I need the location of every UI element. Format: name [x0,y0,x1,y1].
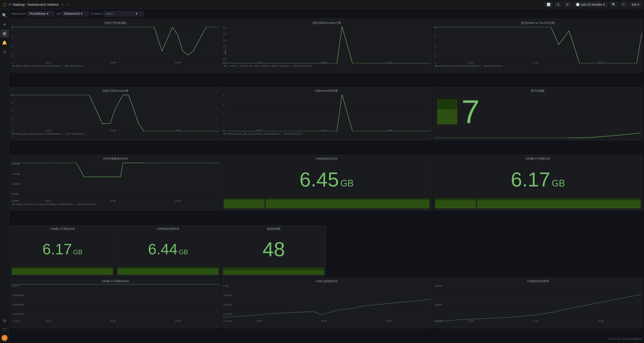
panel-title-hive-tez-tasks: 提交的Hive on Tez作业总数 [433,20,643,25]
svg-text:2: 2 [12,117,13,119]
chart-svg-open-connections: 5 4 3 2 1 16:35 16:40 16:45 [11,26,219,63]
svg-text:5: 5 [435,26,436,29]
main-content: 当前打开的连接数 5 4 3 2 1 16:3 [9,18,644,343]
sidebar-item-user[interactable]: A [2,335,8,341]
svg-text:16:35: 16:35 [257,61,262,63]
panel-title-open-connections: 当前打开的连接数 [10,20,220,25]
legend-dot-3 [435,66,437,66]
panel-non-heap-committed: JVM已预留堆外内存 140 MB 120 MB 100 MB 80 MB 60… [10,155,220,211]
svg-text:1.80 GB: 1.80 GB [223,294,232,297]
svg-text:16:35: 16:35 [45,320,51,322]
star-icon[interactable]: ☆ [61,3,65,7]
svg-text:2: 2 [435,54,436,57]
chart-svg-active-sessions: 3.0 2.5 2.0 1.5 1.0 0.5 0.0 count 16:35 … [223,26,430,63]
svg-text:5: 5 [12,26,13,29]
sidebar-item-star[interactable]: ★ [1,20,9,28]
svg-text:16:35: 16:35 [45,61,51,63]
chart-svg-open-sessions: 5 4 3 2 1 0 16:35 16:40 16:45 [11,94,219,131]
breadcrumb-page[interactable]: hiveserver2-metrics [28,3,59,7]
svg-text:1: 1 [223,122,224,125]
legend-open-connections: metrics_open_connections_Count{instance=… [11,64,219,68]
svg-text:16:35: 16:35 [468,61,474,63]
svg-text:80 MB: 80 MB [12,193,19,195]
svg-text:3: 3 [12,109,13,112]
svg-text:4: 4 [12,36,13,38]
panel-hive-tez-tasks: 提交的Hive on Tez作业总数 5 4 3 2 1 16:35 16:40… [433,19,643,72]
svg-text:2.0: 2.0 [223,39,226,42]
datasource-label: datasource [11,12,26,15]
refresh-interval-btn[interactable]: 10s ▾ [629,2,642,7]
sidebar-item-apps[interactable]: ⊞ [1,29,9,37]
panel-title-max-heap: JVM最大可用堆内存 [433,155,643,161]
share-icon[interactable]: ↗ [67,3,70,7]
svg-text:25.00%: 25.00% [435,303,442,306]
instance-select[interactable]: select... ▾ [103,11,144,16]
svg-text:5: 5 [12,94,13,97]
chevron-datasource: ▾ [47,12,48,15]
chart-svg-hive-tez: 5 4 3 2 1 16:35 16:40 16:45 [434,26,642,63]
sidebar-item-search[interactable]: 🔍 [1,11,9,19]
panel-heap-used: JVM已使用堆内存 2 GB 1.80 GB 1.60 GB 1.40 GB 1… [221,278,432,328]
panel-init-heap-memory: JVM初始化堆内存 6.44 GB [116,225,220,277]
top-bar: ⬡ ⊞ hadoop / hiveserver2-metrics ☆ ↗ 📊 ⧉… [0,0,644,9]
thread-count-value: 48 [262,239,285,259]
chart-svg-max-off-heap: 0.00 B -250.00 mB -500.00 mB -750.00 mB … [11,284,219,322]
panel-open-connections: 当前打开的连接数 5 4 3 2 1 16:3 [10,19,220,72]
datasource-select[interactable]: Prometheus ▾ [27,11,55,16]
clock-icon: 🕐 [576,3,580,6]
grid-icon: ⊞ [9,3,11,6]
chart-svg-non-heap: 140 MB 120 MB 100 MB 80 MB 60 MB 16:35 1… [11,162,219,202]
svg-text:16:40: 16:40 [110,320,116,322]
sidebar-item-explore[interactable]: ◎ [1,48,9,56]
spacer-1 [327,225,432,277]
row3-extra-panels: JVM最大可用总内存 6.17 GB JVM初始化堆内存 6.44 GB [10,225,643,277]
time-range-btn[interactable]: 🕐 Last 15 minutes ▾ [573,2,608,7]
svg-text:count: count [224,49,227,54]
zoom-btn[interactable]: 🔍 [610,2,618,7]
copy-btn[interactable]: ⧉ [555,2,562,7]
svg-text:16:40: 16:40 [321,320,327,322]
chart-icon-btn[interactable]: 📊 [544,2,553,7]
svg-text:16:45: 16:45 [386,129,392,131]
panel-title-heap-used: JVM已使用堆内存 [222,278,431,284]
svg-text:16:45: 16:45 [175,61,181,63]
chart-svg-heap-rate: 30.00% 25.00% 20.00% 16:35 16:40 16:45 [434,284,642,322]
panel-title-open-sessions: 当前打开的session数 [10,87,220,93]
settings-btn[interactable]: ⚙ [564,2,571,7]
sidebar-item-alert[interactable]: 🔔 [1,39,9,47]
legend-runtask: metrics_active_calls_api_runTasks_Count{… [223,132,430,136]
svg-text:1: 1 [12,124,13,127]
init-heap-value: 6.45 [300,169,339,190]
watermark: CSDN @不会吐丝的蜘蛛侠 [608,337,642,341]
job-value: hiveserver2 [64,12,80,15]
panel-runtask-requests: 当前runtask请求数 4 3 2 1 0 16:35 16:40 16:45 [221,87,432,140]
svg-text:16:40: 16:40 [321,129,327,131]
instance-label: instance [91,12,102,15]
chevron-down-icon: ▾ [603,3,605,6]
svg-text:1: 1 [435,61,436,63]
sidebar-item-settings[interactable]: ⚙ [1,317,9,325]
refresh-btn[interactable]: ↻ [620,2,627,7]
job-label: job [57,12,61,15]
panel-title-heap-usage-rate: JVM堆内存使用率 [433,278,643,284]
breadcrumb: hadoop / hiveserver2-metrics ☆ ↗ [13,3,70,7]
spacer-2 [433,225,537,277]
panel-title-max-total: JVM最大可用总内存 [10,225,114,231]
svg-text:1.20 GB: 1.20 GB [223,320,232,322]
sidebar-item-shield[interactable]: 🛡 [1,326,9,334]
spacer-3 [538,225,643,277]
svg-text:0.00 B: 0.00 B [12,285,19,287]
breadcrumb-root[interactable]: hadoop [13,3,25,7]
svg-text:120 MB: 120 MB [12,173,20,175]
time-range-label: Last 15 minutes [581,3,602,6]
job-select[interactable]: hiveserver2 ▾ [62,11,89,16]
refresh-interval-label: 10s [632,3,637,6]
svg-text:16:40: 16:40 [533,320,538,322]
svg-text:0.0: 0.0 [223,61,226,63]
svg-text:16:35: 16:35 [45,200,51,202]
svg-text:1: 1 [12,61,13,63]
svg-text:16:45: 16:45 [175,129,181,131]
panel-title-init-heap-total: JVM初始化总内存 [222,155,431,161]
chevron-job: ▾ [81,12,82,15]
filter-datasource: datasource Prometheus ▾ [11,11,55,16]
